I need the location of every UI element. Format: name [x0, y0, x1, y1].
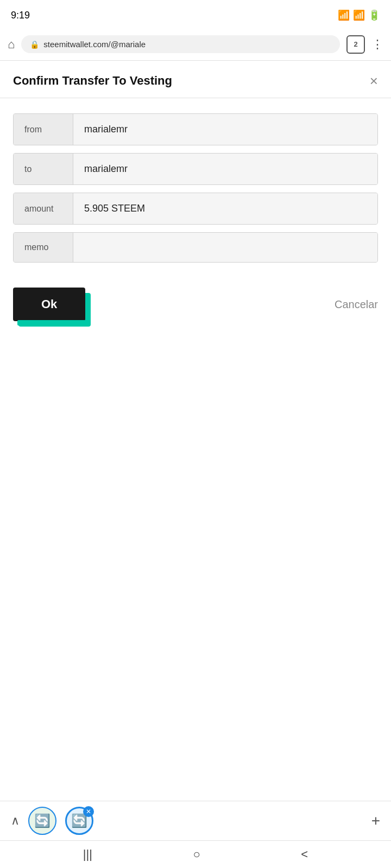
tab-count-button[interactable]: 2 — [346, 35, 365, 54]
status-time: 9:19 — [11, 10, 30, 21]
memo-value[interactable] — [73, 233, 377, 262]
from-field-row: from marialemr — [13, 113, 378, 145]
scroll-up-button[interactable]: ∧ — [11, 814, 20, 828]
browser-tab-1[interactable]: 🔄 — [28, 807, 56, 835]
amount-field-row: amount 5.905 STEEM — [13, 193, 378, 225]
amount-value: 5.905 STEEM — [73, 193, 377, 224]
dialog-header: Confirm Transfer To Vesting × — [0, 61, 391, 98]
memo-field-row: memo — [13, 232, 378, 263]
ok-button[interactable]: Ok — [13, 288, 85, 321]
close-button[interactable]: × — [370, 74, 378, 88]
nav-home-button[interactable]: ○ — [193, 847, 200, 861]
dialog-title: Confirm Transfer To Vesting — [13, 74, 172, 88]
confirm-transfer-dialog: Confirm Transfer To Vesting × from maria… — [0, 61, 391, 334]
nav-back-button[interactable]: < — [301, 847, 308, 861]
to-value: marialemr — [73, 154, 377, 184]
wifi-icon: 📶 — [338, 9, 350, 21]
tab-count-label: 2 — [354, 40, 357, 48]
browser-tab-2-active[interactable]: 🔄 ✕ — [65, 807, 93, 835]
browser-tabs-bar: ∧ 🔄 🔄 ✕ + — [0, 801, 391, 841]
bottom-navigation: ∧ 🔄 🔄 ✕ + ||| ○ < — [0, 801, 391, 868]
dialog-body: from marialemr to marialemr amount 5.905… — [0, 98, 391, 263]
browser-menu-button[interactable]: ⋮ — [371, 37, 383, 52]
ok-button-wrapper: Ok — [13, 288, 85, 321]
amount-label: amount — [14, 193, 73, 224]
memo-label: memo — [14, 233, 73, 262]
home-icon[interactable]: ⌂ — [8, 37, 15, 52]
url-text: steemitwallet.com/@mariale — [43, 40, 146, 49]
tab-close-badge[interactable]: ✕ — [83, 806, 94, 817]
to-label: to — [14, 154, 73, 184]
from-label: from — [14, 114, 73, 145]
dialog-buttons: Ok Cancelar — [0, 270, 391, 334]
add-tab-button[interactable]: + — [371, 812, 380, 829]
status-bar: 9:19 📶 📶 🔋 — [0, 0, 391, 28]
from-value: marialemr — [73, 114, 377, 145]
url-bar[interactable]: 🔒 steemitwallet.com/@mariale — [21, 35, 340, 53]
browser-bar: ⌂ 🔒 steemitwallet.com/@mariale 2 ⋮ — [0, 28, 391, 61]
signal-icon: 📶 — [353, 9, 365, 21]
tab-1-icon: 🔄 — [34, 813, 51, 828]
battery-icon: 🔋 — [368, 9, 380, 21]
nav-recent-button[interactable]: ||| — [83, 847, 92, 861]
lock-icon: 🔒 — [30, 40, 39, 49]
status-icons: 📶 📶 🔋 — [338, 9, 380, 21]
cancel-button[interactable]: Cancelar — [335, 298, 378, 311]
to-field-row: to marialemr — [13, 153, 378, 185]
main-content — [0, 334, 391, 660]
system-nav-bar: ||| ○ < — [0, 841, 391, 868]
